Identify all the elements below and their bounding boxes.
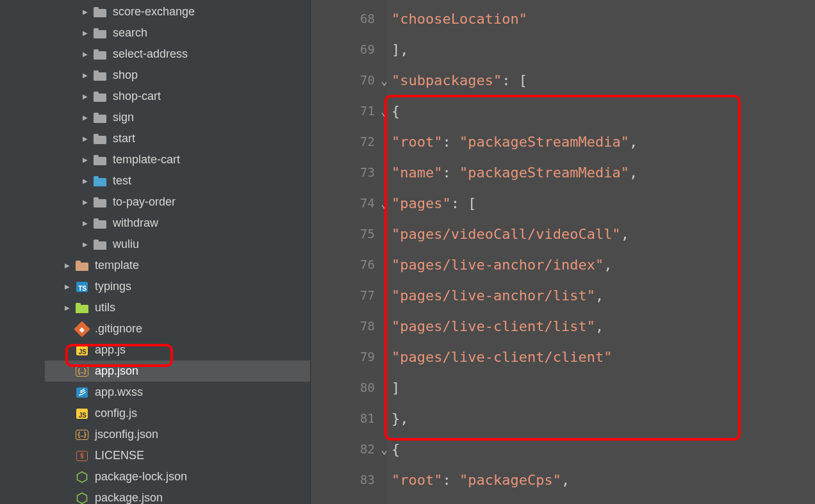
line-number: 80 [311,372,386,403]
folder-tpl-icon [76,259,88,272]
code-editor[interactable]: 686970⌄71⌄727374⌄7576777879808182⌄83 "ch… [311,0,815,504]
tree-item-label: .gitignore [95,322,142,336]
code-body[interactable]: "chooseLocation" ], "subpackages": [ { "… [386,0,815,504]
svg-rect-13 [94,134,99,137]
line-number: 77 [311,280,386,311]
tree-folder-shop-cart[interactable]: ▶shop-cart [45,86,310,107]
tree-file--gitignore[interactable]: ◆.gitignore [45,318,310,339]
tree-item-label: package.json [95,491,163,504]
code-line[interactable]: "root": "packageStreamMedia", [391,126,815,157]
expand-arrow-icon[interactable]: ▶ [81,92,90,101]
tree-folder-start[interactable]: ▶start [45,128,310,149]
code-line[interactable]: "root": "packageCps", [391,464,815,495]
tree-folder-sign[interactable]: ▶sign [45,107,310,128]
tree-item-label: sign [113,111,134,124]
code-line[interactable]: { [391,434,815,464]
expand-arrow-icon[interactable]: ▶ [63,282,72,291]
code-line[interactable]: "pages/live-client/client" [391,341,815,372]
tree-item-label: wuliu [113,238,139,251]
code-line[interactable]: "pages/videoCall/videoCall", [391,218,815,249]
code-line[interactable]: }, [391,403,815,434]
expand-arrow-icon[interactable]: ▶ [81,29,90,38]
json-icon: {..} [76,365,88,378]
code-line[interactable]: "pages": [ [391,188,815,218]
js-icon: JS [76,344,88,357]
line-number-gutter: 686970⌄71⌄727374⌄7576777879808182⌄83 [311,0,386,504]
expand-arrow-icon[interactable]: ▶ [81,198,90,207]
tree-item-label: package-lock.json [95,470,187,484]
code-line[interactable]: "pages/live-anchor/index", [391,249,815,280]
tree-folder-select-address[interactable]: ▶select-address [45,44,310,65]
tree-file-LICENSE[interactable]: §LICENSE [45,445,310,466]
fold-toggle-icon[interactable]: ⌄ [381,197,388,210]
expand-arrow-icon[interactable]: ▶ [81,50,90,59]
expand-arrow-icon[interactable]: ▶ [81,71,90,80]
tree-file-app-js[interactable]: JSapp.js [45,339,310,361]
fold-toggle-icon[interactable]: ⌄ [381,74,388,87]
fold-toggle-icon[interactable]: ⌄ [381,443,388,456]
fold-toggle-icon[interactable]: ⌄ [381,104,388,118]
tree-folder-template-cart[interactable]: ▶template-cart [45,149,310,170]
tree-item-label: LICENSE [95,449,144,462]
tree-folder-template[interactable]: ▶template [45,255,310,276]
tree-folder-score-exchange[interactable]: ▶score-exchange [45,1,310,22]
svg-rect-21 [94,218,99,222]
expand-arrow-icon[interactable]: ▶ [81,8,90,17]
folder-icon [94,217,106,230]
tree-item-label: utils [95,301,115,314]
expand-arrow-icon[interactable]: ▶ [63,304,72,313]
code-line[interactable]: "pages/live-anchor/list", [391,280,815,311]
svg-rect-17 [94,176,99,179]
tree-folder-utils[interactable]: ▶utils [45,297,310,318]
js-icon: JS [76,407,88,420]
code-line[interactable]: ], [391,34,815,65]
tree-file-jsconfig-json[interactable]: {..}jsconfig.json [45,424,310,445]
expand-arrow-icon[interactable]: ▶ [81,240,90,249]
tree-item-label: score-exchange [113,5,195,19]
tree-folder-wuliu[interactable]: ▶wuliu [45,234,310,255]
svg-rect-5 [94,49,99,53]
svg-marker-28 [78,471,87,482]
tree-folder-withdraw[interactable]: ▶withdraw [45,213,310,234]
line-number: 72 [311,126,386,157]
tree-folder-test[interactable]: ▶test [45,170,310,191]
tree-folder-typings[interactable]: ▶TStypings [45,276,310,297]
tree-item-label: app.wxss [95,386,143,399]
tree-item-label: search [113,26,147,40]
code-line[interactable]: ] [391,372,815,403]
tree-folder-to-pay-order[interactable]: ▶to-pay-order [45,191,310,213]
code-line[interactable]: { [391,95,815,126]
tree-item-label: test [113,174,131,188]
expand-arrow-icon[interactable]: ▶ [81,156,90,165]
tree-file-app-wxss[interactable]: 彡app.wxss [45,382,310,403]
code-line[interactable]: "subpackages": [ [391,65,815,95]
svg-rect-1 [94,7,99,10]
svg-rect-25 [76,261,81,264]
css-icon: 彡 [76,386,88,399]
code-line[interactable]: "chooseLocation" [391,3,815,34]
folder-icon [94,111,106,124]
node-icon [76,471,88,484]
tree-item-label: app.js [95,343,126,357]
tree-folder-search[interactable]: ▶search [45,22,310,44]
folder-icon [94,27,106,40]
line-number: 75 [311,218,386,249]
svg-rect-11 [94,113,99,116]
expand-arrow-icon[interactable]: ▶ [81,134,90,143]
code-line[interactable]: "pages/live-client/list", [391,311,815,341]
line-number: 78 [311,311,386,341]
expand-arrow-icon[interactable]: ▶ [63,261,72,270]
expand-arrow-icon[interactable]: ▶ [81,113,90,122]
tree-item-label: shop [113,69,138,82]
tree-file-app-json[interactable]: {..}app.json [45,361,310,382]
tree-file-package-lock-json[interactable]: package-lock.json [45,466,310,487]
expand-arrow-icon[interactable]: ▶ [81,219,90,228]
tree-file-package-json[interactable]: package.json [45,487,310,504]
tree-folder-shop[interactable]: ▶shop [45,65,310,86]
code-line[interactable]: "name": "packageStreamMedia", [391,157,815,188]
folder-icon [94,69,106,82]
line-number: 73 [311,157,386,188]
tree-file-config-js[interactable]: JSconfig.js [45,403,310,424]
expand-arrow-icon[interactable]: ▶ [81,177,90,186]
svg-rect-15 [94,155,99,158]
